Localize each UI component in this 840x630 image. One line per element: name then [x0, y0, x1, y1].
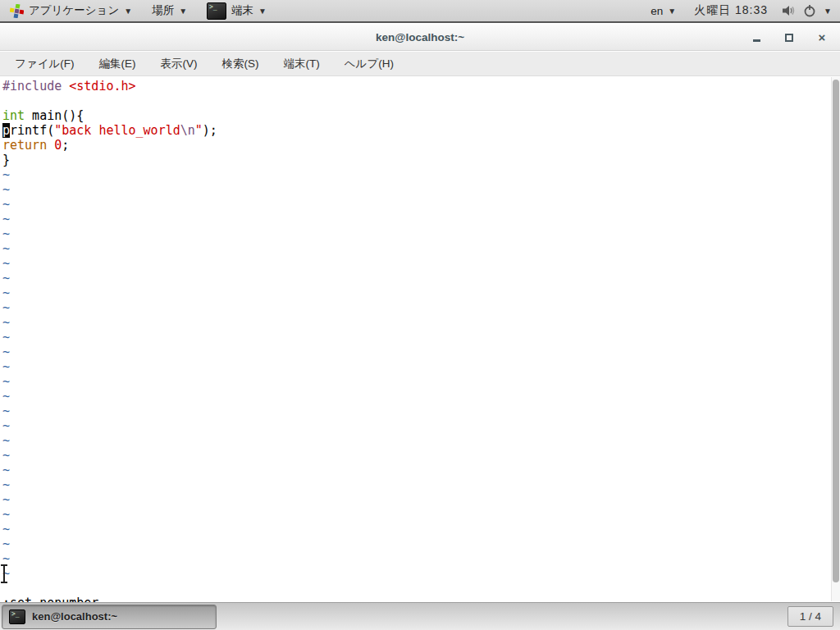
empty-line-tilde: ~	[2, 197, 829, 212]
close-button[interactable]: ×	[815, 31, 829, 44]
empty-line-tilde: ~	[2, 300, 829, 315]
taskbar-window-button[interactable]: ken@localhost:~	[2, 605, 217, 629]
keyboard-layout-indicator[interactable]: en ▼	[646, 0, 681, 21]
panel-clock[interactable]: 火曜日 18:33	[687, 3, 774, 18]
keyboard-layout-label: en	[651, 5, 663, 17]
chevron-down-icon: ▼	[668, 7, 676, 16]
close-icon: ×	[819, 31, 826, 43]
panel-status-area: en ▼ 火曜日 18:33 ▼	[646, 0, 840, 21]
power-icon[interactable]	[802, 3, 817, 18]
applications-menu-icon	[10, 4, 24, 18]
empty-line-tilde: ~	[2, 477, 829, 492]
top-panel: アプリケーション ▼ 場所 ▼ 端末 ▼ en ▼ 火曜日 18:33 ▼	[0, 0, 840, 23]
empty-line-tilde: ~	[2, 212, 829, 226]
taskbar-window-label: ken@localhost:~	[32, 610, 117, 623]
terminal-menubar: ファイル(F) 編集(E) 表示(V) 検索(S) 端末(T) ヘルプ(H)	[0, 52, 840, 76]
empty-line-tilde: ~	[2, 433, 829, 448]
code-line: return 0;	[2, 138, 829, 153]
empty-line-tilde: ~	[2, 463, 829, 477]
menu-help[interactable]: ヘルプ(H)	[338, 57, 400, 71]
chevron-down-icon: ▼	[179, 7, 187, 16]
window-titlebar[interactable]: ken@localhost:~ ×	[0, 25, 840, 51]
chevron-down-icon: ▼	[258, 7, 267, 16]
empty-line-tilde: ~	[2, 330, 829, 345]
maximize-icon	[785, 34, 793, 42]
minimize-icon	[753, 39, 760, 42]
scrollbar-thumb[interactable]	[833, 80, 839, 582]
window-title: ken@localhost:~	[0, 31, 840, 43]
volume-icon[interactable]	[781, 3, 796, 18]
empty-line-tilde: ~	[2, 566, 829, 581]
empty-line-tilde: ~	[2, 551, 829, 566]
active-app-menu[interactable]: 端末 ▼	[197, 0, 276, 21]
empty-line-tilde: ~	[2, 271, 829, 285]
vim-buffer: #include <stdio.h> int main(){printf("ba…	[2, 79, 829, 581]
chevron-down-icon: ▼	[124, 7, 132, 16]
terminal-scrollbar[interactable]	[831, 77, 840, 601]
code-line: #include <stdio.h>	[2, 79, 829, 94]
empty-line-tilde: ~	[2, 241, 829, 256]
code-line	[2, 94, 829, 108]
code-line: int main(){	[2, 108, 829, 123]
empty-line-tilde: ~	[2, 182, 829, 197]
applications-menu[interactable]: アプリケーション ▼	[0, 0, 142, 21]
menu-edit[interactable]: 編集(E)	[93, 57, 143, 71]
empty-line-tilde: ~	[2, 345, 829, 359]
empty-line-tilde: ~	[2, 492, 829, 507]
places-menu-label: 場所	[152, 3, 174, 18]
chevron-down-icon[interactable]: ▼	[824, 7, 832, 16]
empty-line-tilde: ~	[2, 256, 829, 271]
mouse-ibeam-cursor	[0, 564, 8, 583]
code-line: printf("back hello_world\n");	[2, 123, 829, 138]
vim-statusline: :set nonumber 4,1 全て	[0, 581, 840, 596]
terminal-icon	[9, 609, 25, 624]
places-menu[interactable]: 場所 ▼	[142, 0, 197, 21]
minimize-button[interactable]	[750, 31, 763, 44]
maximize-button[interactable]	[783, 31, 796, 44]
code-line: }	[2, 153, 829, 167]
empty-line-tilde: ~	[2, 374, 829, 389]
bottom-taskbar: ken@localhost:~ 1 / 4	[0, 602, 840, 630]
terminal-screen[interactable]: #include <stdio.h> int main(){printf("ba…	[0, 77, 840, 602]
empty-line-tilde: ~	[2, 389, 829, 404]
empty-line-tilde: ~	[2, 226, 829, 241]
empty-line-tilde: ~	[2, 285, 829, 300]
empty-line-tilde: ~	[2, 507, 829, 522]
menu-view[interactable]: 表示(V)	[154, 57, 204, 71]
panel-menus: アプリケーション ▼ 場所 ▼ 端末 ▼	[0, 0, 276, 21]
applications-menu-label: アプリケーション	[29, 3, 119, 18]
workspace-switcher[interactable]: 1 / 4	[788, 606, 833, 627]
empty-line-tilde: ~	[2, 448, 829, 463]
empty-line-tilde: ~	[2, 522, 829, 536]
empty-line-tilde: ~	[2, 315, 829, 330]
menu-search[interactable]: 検索(S)	[216, 57, 266, 71]
empty-line-tilde: ~	[2, 167, 829, 182]
menu-file[interactable]: ファイル(F)	[8, 57, 81, 71]
empty-line-tilde: ~	[2, 404, 829, 418]
empty-line-tilde: ~	[2, 359, 829, 374]
active-app-menu-label: 端末	[231, 3, 253, 18]
terminal-icon	[207, 2, 226, 20]
empty-line-tilde: ~	[2, 418, 829, 433]
empty-line-tilde: ~	[2, 536, 829, 551]
window-controls: ×	[750, 31, 840, 44]
menu-terminal[interactable]: 端末(T)	[277, 57, 326, 71]
